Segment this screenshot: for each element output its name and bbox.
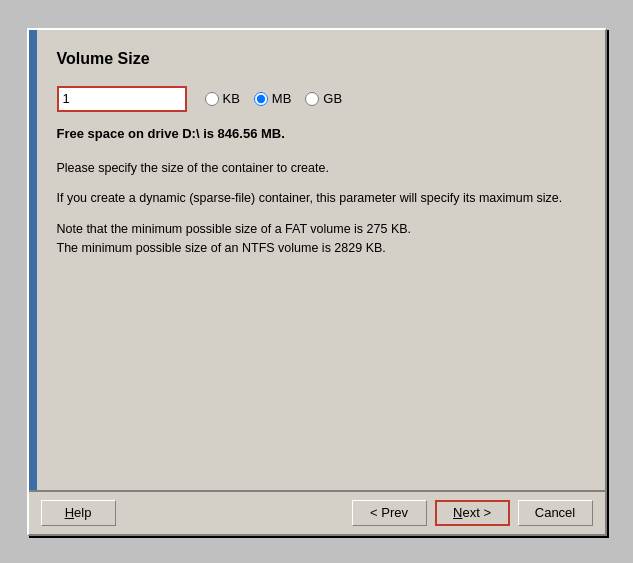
description1: Please specify the size of the container… (57, 159, 585, 178)
side-bar (29, 30, 37, 490)
radio-mb-label[interactable]: MB (272, 91, 292, 106)
prev-button[interactable]: < Prev (352, 500, 427, 526)
button-bar: Help < Prev Next > Cancel (29, 491, 605, 534)
prev-label: < Prev (370, 505, 408, 520)
radio-mb[interactable] (254, 92, 268, 106)
cancel-button[interactable]: Cancel (518, 500, 593, 526)
radio-option-kb[interactable]: KB (205, 91, 240, 106)
radio-kb[interactable] (205, 92, 219, 106)
free-space-text: Free space on drive D:\ is 846.56 MB. (57, 126, 585, 141)
help-button[interactable]: Help (41, 500, 116, 526)
unit-radio-group: KB MB GB (205, 91, 343, 106)
radio-kb-label[interactable]: KB (223, 91, 240, 106)
next-button[interactable]: Next > (435, 500, 510, 526)
radio-gb[interactable] (305, 92, 319, 106)
size-input[interactable] (57, 86, 187, 112)
cancel-label: Cancel (535, 505, 575, 520)
help-label: Help (65, 505, 92, 520)
radio-option-gb[interactable]: GB (305, 91, 342, 106)
next-label: Next > (453, 505, 491, 520)
volume-size-dialog: Volume Size KB MB GB (27, 28, 607, 536)
description-area: Please specify the size of the container… (57, 159, 585, 258)
radio-option-mb[interactable]: MB (254, 91, 292, 106)
description2: If you create a dynamic (sparse-file) co… (57, 189, 585, 208)
description3: Note that the minimum possible size of a… (57, 220, 585, 258)
radio-gb-label[interactable]: GB (323, 91, 342, 106)
page-title: Volume Size (57, 50, 585, 68)
size-row: KB MB GB (57, 86, 585, 112)
